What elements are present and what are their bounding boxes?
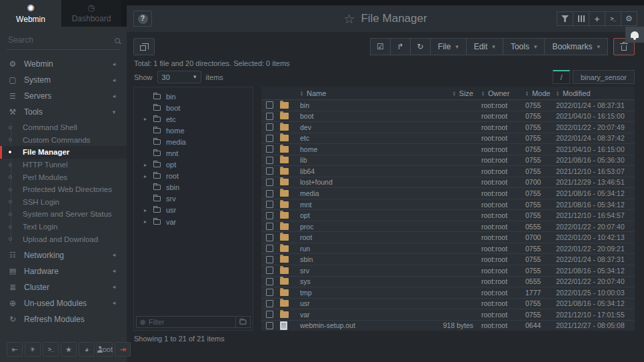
pie-button[interactable] [79, 342, 95, 357]
search-input[interactable] [7, 31, 115, 49]
tree-item-boot[interactable]: ▸boot [134, 102, 253, 113]
menu-edit[interactable]: Edit [466, 38, 503, 55]
sidebar-item-command-shell[interactable]: Command Shell [0, 121, 127, 134]
row-checkbox[interactable] [266, 212, 273, 219]
table-row-webmin-setup-out[interactable]: webmin-setup.out918 bytesroot:root064420… [261, 321, 635, 331]
row-checkbox[interactable] [266, 311, 273, 318]
sidebar-item-networking[interactable]: Networking [0, 247, 127, 263]
table-row-lib[interactable]: libroot:root07552021/08/16 - 05:36:30 [261, 155, 635, 167]
funnel-button[interactable] [557, 11, 573, 26]
plus-button[interactable] [589, 11, 605, 26]
tree-expand-icon[interactable]: ▸ [144, 207, 148, 213]
column-header-size[interactable]: ▲▼Size [421, 89, 481, 97]
paste-buffer-button[interactable] [133, 38, 155, 55]
sidebar-item-un-used-modules[interactable]: Un-used Modules [0, 295, 127, 311]
tree-expand-icon[interactable]: ▸ [144, 173, 148, 179]
row-checkbox[interactable] [266, 267, 273, 274]
table-row-run[interactable]: runroot:root07552022/01/22 - 20:09:21 [261, 243, 635, 255]
tree-item-media[interactable]: ▸media [134, 136, 253, 147]
sidebar-item-hardware[interactable]: Hardware [0, 263, 127, 279]
column-header-owner[interactable]: ▲▼Owner [481, 89, 525, 97]
sidebar-item-custom-commands[interactable]: Custom Commands [0, 134, 127, 147]
table-row-etc[interactable]: etcroot:root07552022/01/24 - 08:37:42 [261, 133, 635, 145]
table-row-sbin[interactable]: sbinroot:root07552022/01/24 - 08:37:31 [261, 254, 635, 265]
check-square-button[interactable] [370, 38, 391, 55]
sidebar-item-system-and-server-status[interactable]: System and Server Status [0, 208, 127, 221]
menu-bookmarks[interactable]: Bookmarks [544, 38, 608, 55]
sidebar-item-refresh-modules[interactable]: Refresh Modules [0, 311, 127, 327]
notifications-button[interactable] [625, 27, 644, 43]
table-row-usr[interactable]: usrroot:root07552021/08/16 - 05:34:12 [261, 299, 635, 310]
table-row-home[interactable]: homeroot:root07552021/04/10 - 16:15:00 [261, 144, 635, 155]
clear-filter-icon[interactable] [137, 319, 149, 326]
sidebar-item-file-manager[interactable]: File Manager [0, 146, 127, 159]
tree-item-srv[interactable]: ▸srv [134, 193, 253, 205]
sidebar-item-cluster[interactable]: Cluster [0, 279, 127, 295]
gear2-button[interactable] [621, 11, 637, 26]
sidebar-item-protected-web-directories[interactable]: Protected Web Directories [0, 183, 127, 196]
collapse-button[interactable] [7, 342, 23, 357]
sidebar-item-tools[interactable]: Tools [0, 104, 127, 120]
column-header-mode[interactable]: ▲▼Mode [525, 89, 556, 97]
row-checkbox[interactable] [266, 256, 273, 263]
row-checkbox[interactable] [266, 223, 273, 230]
user-button[interactable]: root [97, 342, 113, 357]
tree-item-root[interactable]: ▸root [134, 171, 253, 182]
sidebar-item-system[interactable]: System [0, 72, 127, 88]
column-header-name[interactable]: ▲▼Name [300, 89, 421, 97]
share-button[interactable] [390, 38, 411, 55]
row-checkbox[interactable] [266, 300, 273, 307]
page-size-select[interactable]: 30 [157, 71, 201, 83]
sidebar-item-text-login[interactable]: Text Login [0, 221, 127, 233]
tree-item-bin[interactable]: ▸bin [134, 91, 253, 102]
table-row-srv[interactable]: srvroot:root07552021/08/16 - 05:34:12 [261, 265, 635, 277]
tree-expand-icon[interactable]: ▸ [144, 219, 148, 225]
row-checkbox[interactable] [266, 145, 273, 153]
table-row-media[interactable]: mediaroot:root07552021/08/16 - 05:34:12 [261, 188, 635, 199]
tree-item-opt[interactable]: ▸opt [134, 159, 253, 171]
row-checkbox[interactable] [266, 190, 273, 197]
menu-file[interactable]: File [430, 38, 467, 55]
row-checkbox[interactable] [266, 123, 273, 131]
row-checkbox[interactable] [266, 157, 273, 164]
table-row-root[interactable]: rootroot:root07002022/01/20 - 10:42:13 [261, 232, 635, 243]
sidebar-item-servers[interactable]: Servers [0, 88, 127, 104]
table-row-opt[interactable]: optroot:root07552021/12/10 - 16:54:57 [261, 210, 635, 221]
tree-item-var[interactable]: ▸var [134, 216, 253, 227]
table-row-boot[interactable]: bootroot:root07552021/04/10 - 16:15:00 [261, 111, 635, 123]
tree-expand-icon[interactable]: ▸ [144, 162, 148, 168]
favorite-star-icon[interactable] [343, 13, 355, 25]
table-row-dev[interactable]: devroot:root07552022/01/22 - 20:07:49 [261, 122, 635, 133]
filter-folder-button[interactable] [235, 317, 250, 327]
tree-item-home[interactable]: ▸home [134, 125, 253, 136]
table-row-lib64[interactable]: lib64root:root07552021/12/10 - 16:53:07 [261, 166, 635, 177]
table-row-tmp[interactable]: tmproot:root17772022/01/25 - 10:00:03 [261, 287, 635, 299]
tree-item-usr[interactable]: ▸usr [134, 205, 253, 216]
row-checkbox[interactable] [266, 101, 273, 109]
table-row-bin[interactable]: binroot:root07552022/01/24 - 08:37:31 [261, 100, 635, 111]
row-checkbox[interactable] [266, 289, 273, 296]
row-checkbox[interactable] [266, 201, 273, 208]
row-checkbox[interactable] [266, 278, 273, 285]
sun-button[interactable] [25, 342, 41, 357]
tree-item-sbin[interactable]: ▸sbin [134, 182, 253, 193]
terminal-button[interactable] [43, 342, 59, 357]
row-checkbox[interactable] [266, 135, 273, 142]
sidebar-item-upload-and-download[interactable]: Upload and Download [0, 233, 127, 245]
breadcrumb-root[interactable]: / [553, 70, 570, 84]
column-header-modified[interactable]: ▲▼Modified [556, 89, 635, 97]
filter-input[interactable] [149, 318, 235, 326]
tree-expand-icon[interactable]: ▸ [144, 116, 148, 122]
row-checkbox[interactable] [266, 179, 273, 186]
help-button[interactable] [133, 11, 152, 27]
sidebar-item-perl-modules[interactable]: Perl Modules [0, 171, 127, 183]
row-checkbox[interactable] [266, 167, 273, 175]
row-checkbox[interactable] [266, 245, 273, 252]
table-row-proc[interactable]: procroot:root05552022/01/22 - 20:07:40 [261, 221, 635, 233]
table-row-mnt[interactable]: mntroot:root07552021/08/16 - 05:34:12 [261, 199, 635, 211]
tab-webmin[interactable]: Webmin [0, 0, 61, 27]
table-row-lost-found[interactable]: lost+foundroot:root07002021/12/29 - 13:4… [261, 177, 635, 189]
bars-button[interactable] [573, 11, 589, 26]
row-checkbox[interactable] [266, 113, 273, 120]
table-row-var[interactable]: varroot:root07552021/12/10 - 17:01:55 [261, 309, 635, 321]
